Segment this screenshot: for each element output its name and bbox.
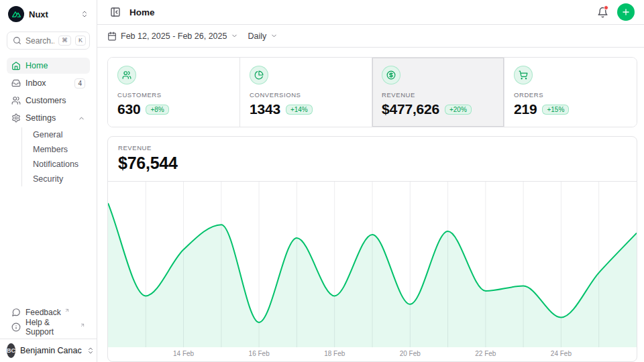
nuxt-logo-icon (8, 6, 24, 22)
sidebar-item-security[interactable]: Security (28, 172, 83, 186)
stat-label: ORDERS (514, 91, 627, 99)
x-axis-label: 20 Feb (400, 350, 421, 357)
home-icon (11, 61, 21, 70)
avatar: BC (7, 343, 15, 358)
sidebar-nav: Home Inbox 4 Customers Settings (0, 56, 97, 189)
dashboard-content: CUSTOMERS 630 +8% CONVERSIONS 1343 +14% (97, 48, 644, 362)
stat-card-conversions[interactable]: CONVERSIONS 1343 +14% (240, 58, 372, 127)
footer-item-label: Help & Support (25, 318, 76, 337)
stat-label: CONVERSIONS (250, 91, 362, 99)
x-axis-label: 24 Feb (551, 350, 572, 357)
stat-card-revenue[interactable]: REVENUE $477,626 +20% (372, 58, 504, 127)
sidebar-item-general[interactable]: General (28, 127, 83, 142)
sidebar-item-settings[interactable]: Settings (7, 110, 90, 126)
chevron-up-icon (78, 115, 85, 122)
inbox-icon (11, 78, 21, 88)
x-axis: 14 Feb16 Feb18 Feb20 Feb22 Feb24 Feb (108, 347, 637, 361)
stat-value: $477,626 (382, 101, 439, 117)
sidebar: Nuxt ⌘ K Home Inbox 4 (0, 0, 97, 362)
sidebar-item-label: Home (25, 61, 48, 70)
info-icon (11, 322, 21, 332)
cart-icon (514, 66, 533, 84)
sub-item-label: Security (33, 174, 63, 184)
gear-icon (11, 113, 21, 123)
stat-label: REVENUE (382, 91, 494, 99)
sidebar-item-home[interactable]: Home (7, 58, 90, 74)
settings-sub-items: General Members Notifications Security (21, 127, 83, 186)
sidebar-item-customers[interactable]: Customers (7, 93, 90, 109)
notifications-button[interactable] (594, 4, 610, 20)
dollar-coin-icon (382, 66, 400, 84)
chevrons-up-down-icon (80, 10, 89, 18)
inbox-count-badge: 4 (74, 78, 85, 88)
chevron-down-icon (231, 32, 238, 40)
sub-item-label: Notifications (33, 160, 78, 169)
page-header: Home (97, 0, 644, 25)
chart-metric-label: REVENUE (118, 144, 627, 152)
brand-name: Nuxt (29, 9, 76, 19)
user-name: Benjamin Canac (20, 346, 82, 355)
sidebar-item-label: Inbox (25, 78, 46, 88)
sub-item-label: General (33, 130, 62, 139)
users-icon (117, 66, 136, 84)
pie-chart-icon (250, 66, 268, 84)
revenue-area-chart[interactable] (108, 182, 637, 347)
message-icon (11, 308, 21, 317)
chevrons-up-down-icon (87, 347, 95, 355)
chart-metric-value: $76,544 (118, 154, 627, 173)
footer-item-label: Feedback (25, 308, 61, 317)
external-link-icon (80, 322, 85, 328)
stat-delta-badge: +15% (542, 105, 569, 115)
calendar-icon (107, 32, 117, 41)
users-icon (11, 96, 21, 105)
add-button[interactable] (617, 3, 635, 21)
stat-delta-badge: +14% (286, 105, 313, 115)
sidebar-item-notifications[interactable]: Notifications (28, 157, 83, 172)
period-select[interactable]: Daily (248, 32, 278, 41)
kbd-meta: ⌘ (58, 36, 71, 46)
stat-value: 1343 (250, 101, 280, 117)
sidebar-item-inbox[interactable]: Inbox 4 (7, 75, 90, 91)
stat-delta-badge: +20% (445, 105, 472, 115)
collapse-sidebar-button[interactable] (107, 4, 123, 20)
sidebar-item-label: Customers (25, 96, 66, 105)
date-range-label: Feb 12, 2025 - Feb 26, 2025 (121, 32, 227, 41)
sidebar-item-members[interactable]: Members (28, 142, 83, 157)
sub-item-label: Members (33, 145, 68, 154)
external-link-icon (64, 308, 70, 313)
kbd-k: K (75, 36, 86, 46)
stat-value: 630 (117, 101, 140, 117)
stat-card-customers[interactable]: CUSTOMERS 630 +8% (108, 58, 240, 127)
chart-svg (108, 182, 637, 347)
x-axis-label: 22 Feb (475, 350, 496, 357)
team-switcher[interactable]: Nuxt (0, 0, 97, 26)
x-axis-label: 16 Feb (249, 350, 270, 357)
user-menu[interactable]: BC Benjamin Canac (0, 339, 97, 362)
stat-card-orders[interactable]: ORDERS 219 +15% (504, 58, 637, 127)
sidebar-footer: Feedback Help & Support (0, 302, 97, 339)
plus-icon (621, 7, 631, 17)
x-axis-label: 18 Feb (324, 350, 345, 357)
main-area: Home Feb 12, 2025 - Feb 26, 2025 (97, 0, 644, 362)
revenue-chart-card: REVENUE $76,544 14 Feb16 Feb18 Feb20 Feb… (107, 136, 637, 362)
search-input[interactable]: ⌘ K (7, 32, 90, 50)
stat-delta-badge: +8% (146, 105, 168, 115)
stat-label: CUSTOMERS (117, 91, 230, 99)
x-axis-label: 14 Feb (173, 350, 194, 357)
chart-header: REVENUE $76,544 (108, 137, 637, 182)
stat-value: 219 (514, 101, 537, 117)
filters-toolbar: Feb 12, 2025 - Feb 26, 2025 Daily (97, 25, 644, 48)
sidebar-item-label: Settings (25, 113, 56, 123)
date-range-picker[interactable]: Feb 12, 2025 - Feb 26, 2025 (107, 32, 238, 41)
chevron-down-icon (270, 32, 278, 40)
search-icon (13, 36, 21, 45)
search-field[interactable] (25, 36, 54, 46)
page-title: Home (129, 7, 155, 17)
help-support-link[interactable]: Help & Support (7, 320, 90, 335)
stats-row: CUSTOMERS 630 +8% CONVERSIONS 1343 +14% (107, 57, 637, 127)
panel-left-close-icon (110, 7, 121, 17)
period-label: Daily (248, 32, 266, 41)
